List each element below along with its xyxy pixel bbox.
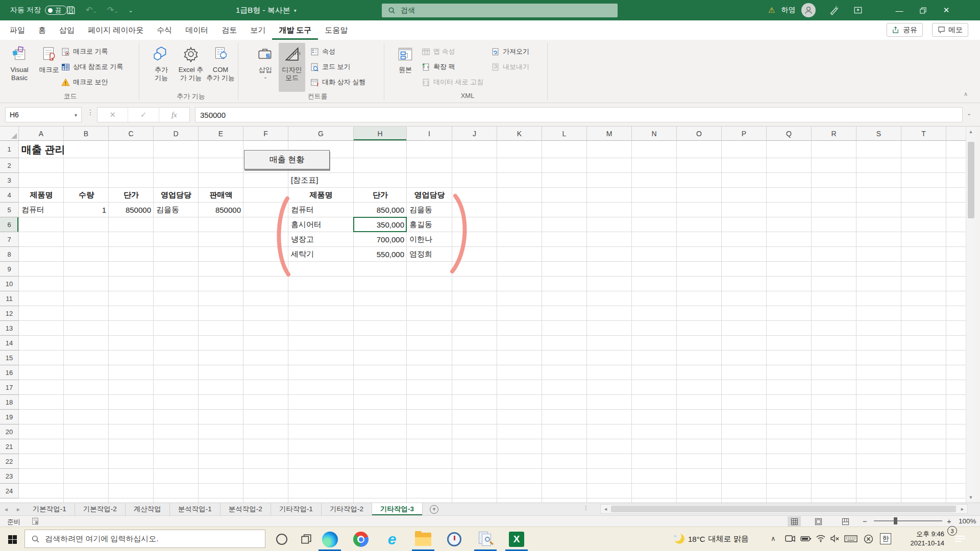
scroll-right-icon[interactable]: ► — [960, 507, 965, 512]
column-header-D[interactable]: D — [154, 127, 199, 141]
horizontal-scrollbar[interactable]: ◄ ► — [600, 504, 968, 514]
collapse-ribbon-icon[interactable]: ∧ — [964, 91, 968, 97]
column-header-H[interactable]: H — [354, 127, 407, 141]
ribbon-tab-파일[interactable]: 파일 — [3, 20, 32, 40]
memo-button[interactable]: 메모 — [932, 23, 968, 37]
undo-button[interactable]: ↶⌄ — [86, 6, 97, 14]
save-icon[interactable] — [66, 6, 76, 15]
insert-function-button[interactable]: fx — [159, 108, 189, 122]
row-header-17[interactable]: 17 — [0, 380, 19, 395]
cell-G5[interactable]: 컴퓨터 — [288, 203, 354, 217]
sheet-tab-분석작업-1[interactable]: 분석작업-1 — [170, 503, 220, 515]
sheet-nav-left-icon[interactable]: ◄ — [0, 503, 12, 515]
cell-G3[interactable]: [참조표] — [288, 173, 354, 188]
ribbon-tab-보기[interactable]: 보기 — [243, 20, 272, 40]
tab-scroll-grip[interactable]: ⁞ — [585, 504, 587, 512]
sales-status-form-button[interactable]: 매출 현황 — [244, 150, 330, 169]
sheet-tab-분석작업-2[interactable]: 분석작업-2 — [220, 503, 271, 515]
cell-B5[interactable]: 1 — [64, 203, 109, 217]
column-header-P[interactable]: P — [722, 127, 767, 141]
row-header-2[interactable]: 2 — [0, 158, 19, 173]
row-header-19[interactable]: 19 — [0, 410, 19, 424]
ime-indicator[interactable]: 한 — [880, 533, 891, 544]
xml-source-button[interactable]: 원본 — [391, 43, 420, 92]
column-header-K[interactable]: K — [497, 127, 542, 141]
scroll-down-icon[interactable]: ▼ — [966, 495, 975, 500]
column-header-B[interactable]: B — [64, 127, 109, 141]
row-header-7[interactable]: 7 — [0, 232, 19, 247]
column-header-T[interactable]: T — [901, 127, 946, 141]
volume-muted-icon[interactable] — [830, 534, 840, 543]
titlebar-search-box[interactable]: 검색 — [382, 4, 618, 17]
row-header-24[interactable]: 24 — [0, 484, 19, 498]
sheet-tab-기타작업-1[interactable]: 기타작업-1 — [271, 503, 322, 515]
ribbon-tab-홈[interactable]: 홈 — [32, 20, 53, 40]
document-title-dropdown-icon[interactable]: ▾ — [294, 8, 297, 13]
design-mode-button[interactable]: 디자인 모드 — [279, 43, 305, 92]
clock[interactable]: 오후 9:46 2021-10-14 — [897, 530, 944, 547]
ribbon-tab-데이터[interactable]: 데이터 — [179, 20, 215, 40]
run-dialog-button[interactable]: 대화 상자 실행 — [310, 77, 365, 88]
column-header-F[interactable]: F — [243, 127, 288, 141]
name-box-grip[interactable]: ⋮ — [87, 108, 94, 116]
cell-G8[interactable]: 세탁기 — [288, 247, 354, 262]
share-button[interactable]: 공유 — [887, 23, 923, 37]
row-header-13[interactable]: 13 — [0, 321, 19, 336]
column-header-J[interactable]: J — [452, 127, 497, 141]
redo-button[interactable]: ↷⌄ — [107, 6, 118, 14]
sheet-nav-right-icon[interactable]: ► — [12, 503, 24, 515]
relative-references-button[interactable]: 상대 참조로 기록 — [61, 61, 123, 72]
macros-button[interactable]: 매크로 — [35, 43, 63, 92]
viewer-taskbar-icon[interactable] — [473, 530, 498, 549]
sheet-tab-기본작업-2[interactable]: 기본작업-2 — [75, 503, 126, 515]
zoom-slider-thumb[interactable] — [894, 517, 897, 524]
column-header-G[interactable]: G — [288, 127, 354, 141]
hidden-icons-chevron[interactable]: ∧ — [771, 535, 776, 542]
cell-G7[interactable]: 냉장고 — [288, 232, 354, 247]
cell-A5[interactable]: 컴퓨터 — [19, 203, 64, 217]
task-view-button[interactable] — [294, 530, 318, 549]
cell-C5[interactable]: 850000 — [109, 203, 154, 217]
taskbar-search-box[interactable]: 검색하려면 여기에 입력하십시오. — [24, 530, 265, 548]
sheet-tab-기타작업-3[interactable]: 기타작업-3 — [372, 503, 423, 515]
display-device-icon[interactable] — [785, 534, 795, 543]
row-header-16[interactable]: 16 — [0, 365, 19, 380]
expansion-packs-button[interactable]: 확장 팩 — [422, 61, 455, 72]
quick-access-customize-button[interactable]: ⌄ — [129, 8, 133, 13]
column-header-N[interactable]: N — [632, 127, 677, 141]
cell-E4[interactable]: 판매액 — [199, 188, 243, 203]
cell-I5[interactable]: 김을동 — [407, 203, 452, 217]
column-header-I[interactable]: I — [407, 127, 452, 141]
normal-view-button[interactable] — [788, 516, 801, 527]
cell-H6[interactable]: 350,000 — [354, 217, 407, 232]
cell-H5[interactable]: 850,000 — [354, 203, 407, 217]
insert-control-button[interactable]: 삽입 ⌄ — [253, 43, 278, 92]
row-header-22[interactable]: 22 — [0, 454, 19, 469]
ribbon-tab-도움말[interactable]: 도움말 — [318, 20, 354, 40]
cell-H4[interactable]: 단가 — [354, 188, 407, 203]
cell-A4[interactable]: 제품명 — [19, 188, 64, 203]
cell-E5[interactable]: 850000 — [199, 203, 243, 217]
scroll-up-icon[interactable]: ▲ — [966, 127, 975, 134]
weather-status[interactable]: 18°C 대체로 맑음 — [688, 527, 749, 551]
ribbon-tab-삽입[interactable]: 삽입 — [53, 20, 81, 40]
record-macro-button[interactable]: 매크로 기록 — [61, 46, 108, 57]
column-header-O[interactable]: O — [677, 127, 722, 141]
tray-close-icon[interactable] — [864, 534, 873, 544]
ribbon-tab-개발 도구[interactable]: 개발 도구 — [272, 20, 318, 40]
name-box[interactable]: H6 ▾ — [5, 107, 82, 122]
ink-pen-icon[interactable] — [829, 5, 839, 15]
row-header-20[interactable]: 20 — [0, 424, 19, 439]
column-header-partial[interactable] — [946, 127, 966, 141]
column-header-A[interactable]: A — [19, 127, 64, 141]
start-button[interactable] — [0, 530, 24, 549]
properties-button[interactable]: 속성 — [310, 46, 335, 57]
touch-keyboard-icon[interactable] — [844, 535, 857, 543]
row-header-15[interactable]: 15 — [0, 350, 19, 365]
capture-taskbar-icon[interactable] — [442, 530, 467, 549]
column-header-L[interactable]: L — [542, 127, 587, 141]
select-all-corner[interactable] — [0, 127, 19, 141]
ie-taskbar-icon[interactable]: e — [380, 530, 404, 549]
battery-icon[interactable] — [800, 535, 812, 542]
import-button[interactable]: 가져오기 — [491, 46, 529, 57]
